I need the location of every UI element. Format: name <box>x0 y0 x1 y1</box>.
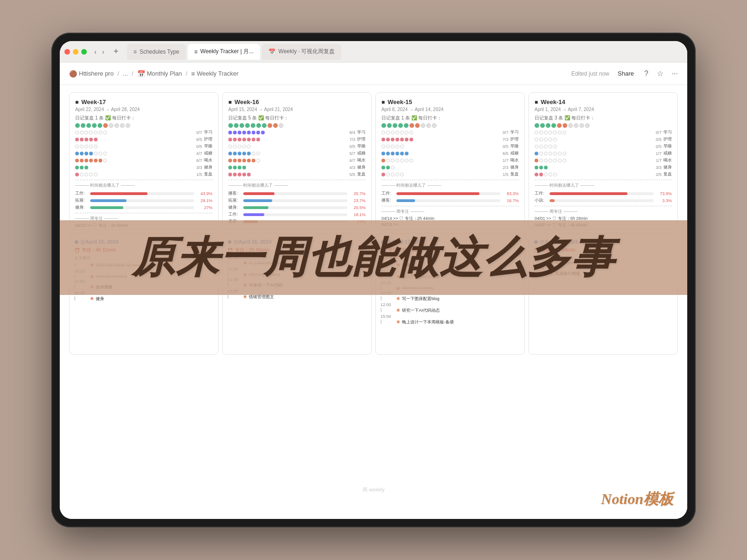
habit-label-1-0: 学习 <box>357 129 366 135</box>
bar-pct-1-3: 18.1% <box>349 212 366 217</box>
habit-row-3-1: 0/5 护理 <box>535 136 672 142</box>
habit-row-2-2: 0/5 早睡 <box>381 143 519 149</box>
close-button[interactable] <box>64 49 70 55</box>
time-title-2: ---------- 时间都去哪儿了 ---------- <box>381 182 519 189</box>
habit-dot-2-2-2 <box>391 145 395 148</box>
star-button[interactable]: ☆ <box>655 67 665 80</box>
habit-dot-3-3-1 <box>539 152 543 155</box>
card-meta-2: 日记复盘 1 条 ✅ 每日打卡： <box>381 115 519 121</box>
bar-label-3-0: 工作: <box>535 190 548 196</box>
share-button[interactable]: Share <box>614 68 638 79</box>
habit-dot-3-0-3 <box>549 131 552 134</box>
maximize-button[interactable] <box>81 49 87 55</box>
add-tab-button[interactable]: + <box>111 46 121 57</box>
bar-label-1-2: 健身: <box>228 204 241 210</box>
bar-track-3-0 <box>550 192 654 195</box>
habit-dots-0-2 <box>75 145 98 148</box>
habit-dot-0-0-3 <box>89 131 93 134</box>
habit-label-1-3: 戒糖 <box>357 150 366 156</box>
time-title-1: ---------- 时间都去哪儿了 ---------- <box>228 182 366 189</box>
habit-dot-3-4-4 <box>553 159 557 162</box>
habit-dot-2-4-2 <box>391 159 395 162</box>
habit-dot-3-3-2 <box>544 152 548 155</box>
habit-dot-3-4-0 <box>535 159 538 162</box>
breadcrumb-item-dots[interactable]: ... <box>121 69 130 78</box>
habit-dot-3-4-1 <box>539 159 543 162</box>
breadcrumb-item-monthly[interactable]: 📅 Monthly Plan <box>135 69 184 78</box>
habit-dot-1-6-4 <box>247 173 251 176</box>
habit-label-3-1: 护理 <box>663 136 672 142</box>
week-title-1: ■ Week-16 <box>228 98 366 105</box>
habit-dot-1-1-5 <box>252 138 255 141</box>
time-title-0: ---------- 时间都去哪儿了 ---------- <box>75 182 212 189</box>
bar-pct-0-0: 43.9% <box>196 191 212 196</box>
habit-dot-1-0-2 <box>238 131 241 134</box>
week-dates-3: April 1, 2024 → April 7, 2024 <box>535 107 672 112</box>
habit-label-3-3: 戒糖 <box>663 150 672 156</box>
habit-score-1-0: 8/4 <box>349 130 355 135</box>
habit-dot-3-6-4 <box>553 173 557 176</box>
dot-3-5 <box>563 123 567 128</box>
habit-row-1-3: 5/7 戒糖 <box>228 150 366 156</box>
habit-dot-0-4-2 <box>85 159 88 162</box>
habit-label-3-2: 早睡 <box>663 143 672 149</box>
habit-row-3-0: 0/7 学习 <box>535 129 672 135</box>
tab-schedules[interactable]: ≡ Schedules Type <box>127 44 186 60</box>
habit-dot-1-2-0 <box>228 145 232 148</box>
event-row-2-8: | ◉ 研究一下AI代码动态 <box>381 308 520 314</box>
habit-dot-0-3-3 <box>89 152 93 155</box>
bar-fill-3-1 <box>550 199 555 202</box>
more-button[interactable]: ··· <box>670 68 680 80</box>
habit-dots-0-3 <box>75 152 107 155</box>
habit-dot-1-5-2 <box>238 166 241 169</box>
habit-label-1-4: 喝水 <box>357 157 366 163</box>
habit-dot-0-3-5 <box>99 152 102 155</box>
habit-dot-1-3-6 <box>256 152 260 155</box>
help-button[interactable]: ? <box>642 68 650 80</box>
breadcrumb-sep-3: / <box>186 70 188 77</box>
back-button[interactable]: ‹ <box>92 47 99 56</box>
habit-dot-2-6-3 <box>395 173 399 176</box>
bar-label-3-1: 小说: <box>535 197 548 203</box>
habit-dot-0-6-0 <box>75 173 79 176</box>
habit-dot-2-1-4 <box>400 138 404 141</box>
weekly-card-0[interactable]: ■ Week-17 April 22, 2024 → April 28, 202… <box>69 92 218 230</box>
habit-dots-1-4 <box>228 159 260 162</box>
bar-label-0-0: 工作: <box>75 190 88 196</box>
week-title-3: ■ Week-14 <box>535 98 672 105</box>
habit-row-2-0: 0/7 学习 <box>381 129 519 135</box>
forward-button[interactable]: › <box>100 47 106 56</box>
event-dot-0-6: ◉ <box>90 296 94 302</box>
habit-dot-3-3-6 <box>563 152 566 155</box>
habit-dot-0-1-3 <box>89 138 93 141</box>
weekly-card-2[interactable]: ■ Week-15 April 8, 2024 → April 14, 2024… <box>375 92 525 230</box>
habit-dot-3-0-1 <box>539 131 543 134</box>
habit-dot-1-0-6 <box>256 131 260 134</box>
breadcrumb-item-root[interactable]: 🟤 Httishere pro <box>67 69 115 78</box>
habit-dot-2-0-4 <box>400 131 404 134</box>
habit-label-0-5: 健身 <box>204 164 212 170</box>
tab-visual-review[interactable]: 📅 Weekly · 可视化周复盘 <box>262 44 341 60</box>
habit-dot-0-6-4 <box>94 173 98 176</box>
habit-dot-0-0-0 <box>75 131 79 134</box>
dot-3-2 <box>546 123 550 128</box>
habit-label-1-2: 早睡 <box>357 143 366 149</box>
habit-row-1-0: 8/4 学习 <box>228 129 366 135</box>
habit-score-2-6: 1/5 <box>502 172 508 177</box>
habit-score-1-6: 5/5 <box>349 172 355 177</box>
bar-track-1-0 <box>243 192 347 195</box>
weekly-card-1[interactable]: ■ Week-16 April 15, 2024 → April 21, 202… <box>222 92 372 230</box>
habit-label-0-1: 护理 <box>204 136 212 142</box>
habit-dots-3-0 <box>535 131 566 134</box>
breadcrumb-item-weekly[interactable]: ≡ Weekly Tracker <box>189 69 240 78</box>
bar-row-0-1: 拓展: 29.1% <box>75 197 212 203</box>
tab-weekly-tracker[interactable]: ≡ Weekly Tracker | 月... <box>188 44 260 60</box>
weekly-card-3[interactable]: ■ Week-14 April 1, 2024 → April 7, 2024 … <box>529 92 678 230</box>
minimize-button[interactable] <box>73 49 78 55</box>
dot-0-9 <box>126 123 130 128</box>
bar-track-1-2 <box>243 206 347 209</box>
habit-dot-1-0-0 <box>228 131 232 134</box>
habit-dot-2-6-2 <box>391 173 395 176</box>
habit-label-1-5: 健身 <box>357 164 366 170</box>
habit-dot-0-3-4 <box>94 152 98 155</box>
